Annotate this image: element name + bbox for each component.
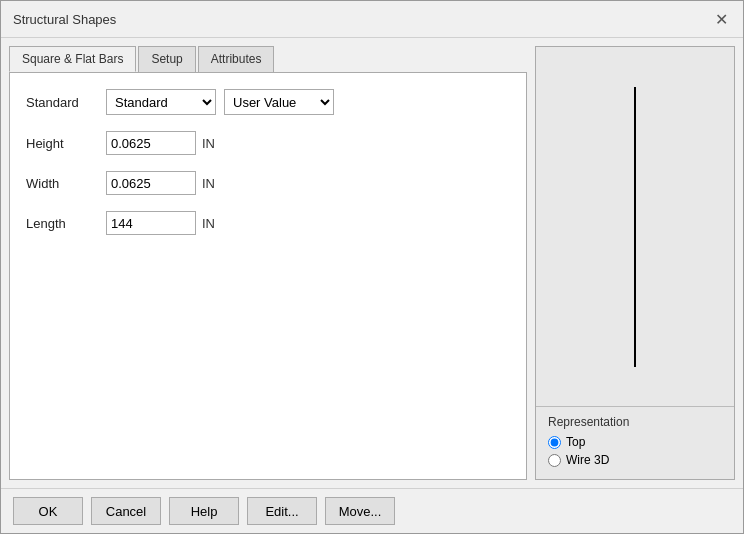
help-button[interactable]: Help [169, 497, 239, 525]
right-panel: Representation Top Wire 3D [535, 46, 735, 480]
height-input[interactable] [106, 131, 196, 155]
tabs: Square & Flat Bars Setup Attributes [9, 46, 527, 73]
representation-section: Representation Top Wire 3D [536, 406, 734, 479]
representation-label: Representation [548, 415, 722, 429]
ok-button[interactable]: OK [13, 497, 83, 525]
height-row: Height IN [26, 131, 510, 155]
tab-square-flat-bars[interactable]: Square & Flat Bars [9, 46, 136, 72]
width-input[interactable] [106, 171, 196, 195]
tab-content: Standard Standard User Value Height IN [9, 73, 527, 480]
standard-row: Standard Standard User Value [26, 89, 510, 115]
length-input[interactable] [106, 211, 196, 235]
width-label: Width [26, 176, 106, 191]
standard-dropdown[interactable]: Standard [106, 89, 216, 115]
standard-label: Standard [26, 95, 106, 110]
left-panel: Square & Flat Bars Setup Attributes Stan… [9, 46, 527, 480]
edit-button[interactable]: Edit... [247, 497, 317, 525]
length-row: Length IN [26, 211, 510, 235]
move-button[interactable]: Move... [325, 497, 395, 525]
radio-wire3d[interactable] [548, 454, 561, 467]
height-unit: IN [202, 136, 215, 151]
length-unit: IN [202, 216, 215, 231]
cancel-button[interactable]: Cancel [91, 497, 161, 525]
preview-area [536, 47, 734, 406]
dialog-body: Square & Flat Bars Setup Attributes Stan… [1, 38, 743, 488]
radio-wire3d-row: Wire 3D [548, 453, 722, 467]
close-button[interactable]: ✕ [711, 9, 731, 29]
tab-setup[interactable]: Setup [138, 46, 195, 72]
width-row: Width IN [26, 171, 510, 195]
radio-top[interactable] [548, 436, 561, 449]
type-dropdown[interactable]: User Value [224, 89, 334, 115]
footer: OK Cancel Help Edit... Move... [1, 488, 743, 533]
height-label: Height [26, 136, 106, 151]
tab-attributes[interactable]: Attributes [198, 46, 275, 72]
width-unit: IN [202, 176, 215, 191]
radio-wire3d-label: Wire 3D [566, 453, 609, 467]
preview-line [634, 87, 636, 367]
radio-top-row: Top [548, 435, 722, 449]
radio-top-label: Top [566, 435, 585, 449]
dialog-title: Structural Shapes [13, 12, 116, 27]
title-bar: Structural Shapes ✕ [1, 1, 743, 38]
length-label: Length [26, 216, 106, 231]
dialog: Structural Shapes ✕ Square & Flat Bars S… [0, 0, 744, 534]
